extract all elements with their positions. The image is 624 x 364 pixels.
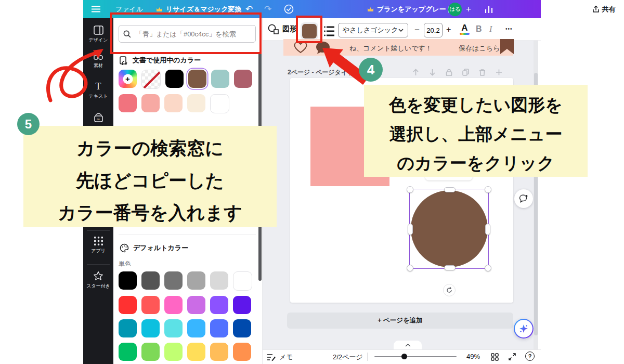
color-swatch[interactable] <box>119 296 137 314</box>
upgrade-plan-button[interactable]: プランをアップグレード <box>367 0 453 18</box>
color-swatch[interactable] <box>187 271 205 290</box>
color-swatch[interactable] <box>141 296 160 314</box>
color-swatch[interactable] <box>119 94 137 112</box>
font-selector[interactable]: やさしさゴシック <box>338 23 408 37</box>
color-swatch[interactable] <box>233 343 251 361</box>
color-swatch[interactable] <box>141 94 160 112</box>
canva-tutorial-screenshot: { "app": { "topbar": { "file_label": "ファ… <box>0 0 624 364</box>
hamburger-menu-icon[interactable] <box>92 0 100 18</box>
resize-handle-w[interactable] <box>408 224 413 235</box>
rainbow-underline <box>460 33 470 35</box>
resize-handle-nw[interactable] <box>407 186 413 193</box>
color-swatch[interactable] <box>119 271 137 290</box>
sidebar-item-starred[interactable]: スター付き <box>83 271 113 290</box>
page-label: 2ページ - ページタイトル <box>288 68 360 77</box>
doc-colors-row1 <box>119 70 252 89</box>
zoom-slider-knob[interactable] <box>401 354 407 359</box>
magic-assistant-button[interactable] <box>514 319 534 339</box>
notes-button[interactable]: メモ <box>267 353 293 362</box>
grid-view-button[interactable] <box>491 353 499 361</box>
doc-colors-header: 文書で使用中のカラー <box>120 56 201 65</box>
add-comment-button[interactable] <box>514 189 533 208</box>
color-swatch[interactable] <box>141 70 161 89</box>
fullscreen-button[interactable] <box>508 353 516 361</box>
add-page-button[interactable]: + ページを追加 <box>287 313 513 329</box>
insights-chart-icon[interactable] <box>485 0 493 18</box>
border-style-button[interactable] <box>324 25 334 37</box>
resize-handle-ne[interactable] <box>485 186 491 193</box>
upload-icon <box>593 6 599 12</box>
chevron-down-icon <box>398 29 404 32</box>
color-swatch[interactable] <box>164 94 183 112</box>
color-swatch[interactable] <box>187 296 205 314</box>
color-swatch[interactable] <box>211 70 229 88</box>
resize-handle-se[interactable] <box>485 265 491 271</box>
page-controls[interactable] <box>412 69 502 76</box>
color-swatch[interactable] <box>187 94 205 112</box>
color-swatch[interactable] <box>164 343 183 361</box>
sidebar-item-design[interactable]: デザイン <box>83 25 113 44</box>
color-swatch[interactable] <box>119 70 137 88</box>
palette-icon <box>120 243 129 253</box>
text-icon: T <box>96 82 101 91</box>
color-swatch[interactable] <box>210 94 229 113</box>
color-swatch[interactable] <box>141 343 160 361</box>
font-size-value[interactable]: 20.2 <box>424 23 443 37</box>
color-swatch[interactable] <box>164 271 183 290</box>
color-swatch[interactable] <box>233 296 251 314</box>
font-size-decrease-button[interactable]: − <box>414 25 420 35</box>
grid-view-icon <box>491 353 499 361</box>
page-counter[interactable]: 2/2ページ <box>333 353 363 362</box>
color-swatch[interactable] <box>187 343 205 361</box>
color-swatch[interactable] <box>233 319 251 337</box>
selection-box[interactable] <box>409 189 489 269</box>
sidebar-item-elements[interactable]: 素材 <box>83 50 113 69</box>
redo-icon[interactable]: ↷ <box>264 0 271 18</box>
sidebar-item-text[interactable]: T テキスト <box>83 82 113 100</box>
elements-icon <box>93 50 103 60</box>
font-size-increase-button[interactable]: + <box>446 25 451 34</box>
color-swatch[interactable] <box>119 343 137 361</box>
color-swatch[interactable] <box>210 271 228 290</box>
sidebar-item-brand[interactable]: co. <box>83 113 113 123</box>
color-swatch[interactable] <box>188 70 206 88</box>
rotate-handle[interactable] <box>443 284 456 296</box>
color-swatch[interactable] <box>233 271 252 291</box>
resize-handle-n[interactable] <box>444 187 456 192</box>
color-swatch[interactable] <box>141 271 160 290</box>
resize-handle-s[interactable] <box>444 265 456 270</box>
color-swatch[interactable] <box>119 319 137 337</box>
banner-comment-text: ね、コメント嬉しいです！ <box>349 44 432 53</box>
color-swatch[interactable] <box>164 296 183 314</box>
brand-icon: co. <box>94 113 103 123</box>
add-member-button[interactable]: + <box>466 0 471 18</box>
resize-handle-e[interactable] <box>485 224 490 235</box>
color-swatch[interactable] <box>234 70 252 88</box>
cloud-sync-icon <box>284 0 294 18</box>
lock-icon <box>446 69 452 76</box>
svg-text:co.: co. <box>97 118 100 121</box>
trash-icon <box>479 69 486 76</box>
help-button[interactable]: ? <box>525 352 535 361</box>
share-button[interactable]: 共有 <box>586 2 622 16</box>
bold-button[interactable]: B <box>476 24 482 34</box>
zoom-level[interactable]: 49% <box>466 353 480 360</box>
zoom-slider-track[interactable] <box>374 356 457 357</box>
collapse-tab[interactable] <box>394 341 422 349</box>
text-color-button[interactable]: A <box>460 23 470 35</box>
color-swatch[interactable] <box>210 319 228 337</box>
color-swatch[interactable] <box>164 319 183 337</box>
shape-tool[interactable]: 図形 <box>268 24 297 34</box>
italic-button[interactable]: I <box>489 24 492 34</box>
color-swatch[interactable] <box>210 343 228 361</box>
color-swatch[interactable] <box>141 319 160 337</box>
color-swatch[interactable] <box>165 70 184 88</box>
resize-handle-sw[interactable] <box>407 265 413 271</box>
chevron-up-icon <box>405 344 411 347</box>
avatar[interactable]: はる <box>448 0 462 18</box>
sidebar-item-apps[interactable]: アプリ <box>83 237 113 254</box>
color-swatch[interactable] <box>187 319 205 337</box>
more-options-button[interactable]: ••• <box>505 26 513 32</box>
color-swatch[interactable] <box>210 296 228 314</box>
sidebar-divider <box>87 264 110 265</box>
